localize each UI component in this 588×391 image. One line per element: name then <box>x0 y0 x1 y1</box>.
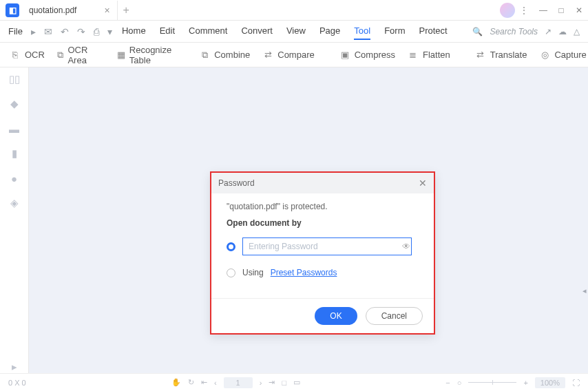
kebab-menu-icon[interactable]: ⋮ <box>519 5 529 16</box>
dialog-header: Password ✕ <box>211 173 434 193</box>
combine-icon: ⧉ <box>199 50 210 61</box>
bookmark-icon[interactable]: ◆ <box>8 98 21 110</box>
fields-icon[interactable]: ● <box>8 172 21 184</box>
compress-icon: ▣ <box>339 50 350 60</box>
translate-icon: ⇄ <box>475 50 486 60</box>
redo-icon[interactable]: ↷ <box>77 26 85 37</box>
rotate-icon[interactable]: ↻ <box>188 378 194 387</box>
left-sidebar: ▯▯ ◆ ▬ ▮ ● ◈ ▸ <box>0 67 29 373</box>
titlebar: ◧ quotation.pdf × + ⋮ — □ ✕ <box>0 0 588 21</box>
password-input[interactable] <box>242 237 412 255</box>
attachments-icon[interactable]: ▮ <box>8 147 21 160</box>
tool-translate[interactable]: ⇄Translate <box>475 50 527 60</box>
flatten-icon: ≣ <box>408 50 419 60</box>
zoom-slider[interactable] <box>468 382 516 383</box>
fit-page-icon[interactable]: □ <box>282 379 286 387</box>
tool-compress[interactable]: ▣Compress <box>339 50 395 60</box>
password-dialog: Password ✕ "quotation.pdf" is protected.… <box>210 171 435 335</box>
maximize-button[interactable]: □ <box>552 1 570 19</box>
dialog-title: Password <box>218 178 255 188</box>
next-page-icon[interactable]: › <box>260 379 262 387</box>
search-tools-input[interactable]: Search Tools <box>490 27 538 36</box>
tool-compare[interactable]: ⇄Compare <box>262 50 314 60</box>
zoom-percent[interactable]: 100% <box>535 377 565 388</box>
document-tab[interactable]: quotation.pdf × <box>25 1 118 20</box>
ocr-area-icon: ⧉ <box>57 50 64 61</box>
cursor-position: 0 X 0 <box>8 379 26 387</box>
account-avatar[interactable] <box>500 3 515 18</box>
ribbon-tab-tool[interactable]: Tool <box>354 23 370 40</box>
tool-recognize-table[interactable]: ▦Recognize Table <box>117 45 174 65</box>
ribbon-tab-home[interactable]: Home <box>122 23 146 40</box>
compare-icon: ⇄ <box>262 50 273 60</box>
cancel-button[interactable]: Cancel <box>366 307 423 325</box>
page-number[interactable]: 1 <box>224 377 253 388</box>
new-tab-button[interactable]: + <box>123 4 129 17</box>
panel-toggle-right-icon[interactable]: ◂ <box>582 286 588 296</box>
zoom-out-icon[interactable]: − <box>445 379 450 387</box>
search-icon[interactable]: 🔍 <box>472 27 483 36</box>
dialog-close-icon[interactable]: ✕ <box>419 178 427 189</box>
status-bar: 0 X 0 ✋ ↻ ⇤ ‹ 1 › ⇥ □ ▭ − ○ + 100% ⛶ <box>0 373 588 391</box>
layers-icon[interactable]: ◈ <box>8 197 21 209</box>
comment-panel-icon[interactable]: ▬ <box>8 123 21 135</box>
ribbon-tab-edit[interactable]: Edit <box>160 23 175 40</box>
zoom-reset-icon[interactable]: ○ <box>457 379 462 387</box>
ocr-icon: ⎘ <box>10 50 21 60</box>
fullscreen-icon[interactable]: ⛶ <box>572 379 580 387</box>
first-page-icon[interactable]: ⇤ <box>201 378 207 387</box>
using-label: Using <box>242 268 264 277</box>
last-page-icon[interactable]: ⇥ <box>269 378 275 387</box>
ok-button[interactable]: OK <box>315 307 357 325</box>
print-icon[interactable]: ⎙ <box>94 26 99 37</box>
chevron-right-icon[interactable]: ▸ <box>8 361 21 373</box>
page-controls: ✋ ↻ ⇤ ‹ 1 › ⇥ □ ▭ <box>171 377 300 388</box>
ribbon-tab-page[interactable]: Page <box>319 23 340 40</box>
tool-capture[interactable]: ◎Capture <box>539 50 586 60</box>
radio-preset-passwords[interactable] <box>227 268 235 277</box>
save-icon[interactable]: ▸ <box>31 26 36 37</box>
tool-combine[interactable]: ⧉Combine <box>199 50 250 61</box>
mail-icon[interactable]: ✉ <box>44 26 52 37</box>
close-window-button[interactable]: ✕ <box>570 1 588 19</box>
open-document-by-label: Open document by <box>227 218 419 228</box>
app-icon: ◧ <box>6 3 19 17</box>
undo-icon[interactable]: ↶ <box>61 26 69 37</box>
file-menu[interactable]: File <box>8 26 23 36</box>
ribbon-tab-convert[interactable]: Convert <box>241 23 273 40</box>
radio-enter-password[interactable] <box>227 242 235 251</box>
menu-collapse-icon[interactable]: △ <box>574 27 580 36</box>
close-tab-icon[interactable]: × <box>104 5 109 16</box>
ribbon-tab-view[interactable]: View <box>286 23 306 40</box>
zoom-in-icon[interactable]: + <box>523 379 527 387</box>
cloud-icon[interactable]: ☁ <box>558 27 567 36</box>
minimize-button[interactable]: — <box>534 1 552 19</box>
thumbnails-icon[interactable]: ▯▯ <box>8 73 21 85</box>
tool-toolbar: ⎘OCR ⧉OCR Area ▦Recognize Table ⧉Combine… <box>0 43 588 67</box>
document-tab-title: quotation.pdf <box>29 6 76 15</box>
menubar: File ▸ ✉ ↶ ↷ ⎙ ▾ Home Edit Comment Conve… <box>0 21 588 43</box>
preset-passwords-link[interactable]: Preset Passwords <box>271 268 337 277</box>
ribbon-tab-protect[interactable]: Protect <box>419 23 447 40</box>
zoom-controls: − ○ + 100% ⛶ <box>445 377 580 388</box>
fit-width-icon[interactable]: ▭ <box>293 378 300 387</box>
tool-ocr-area[interactable]: ⧉OCR Area <box>57 45 92 65</box>
dialog-message: "quotation.pdf" is protected. <box>227 202 419 211</box>
capture-icon: ◎ <box>539 50 550 60</box>
share-icon[interactable]: ↗ <box>545 27 552 36</box>
ribbon-tab-comment[interactable]: Comment <box>189 23 227 40</box>
prev-page-icon[interactable]: ‹ <box>214 379 217 387</box>
ribbon-tab-form[interactable]: Form <box>384 23 405 40</box>
tool-ocr[interactable]: ⎘OCR <box>10 50 45 60</box>
table-icon: ▦ <box>117 50 125 60</box>
hand-tool-icon[interactable]: ✋ <box>171 378 181 387</box>
tool-flatten[interactable]: ≣Flatten <box>408 50 450 60</box>
content-area: ▯▯ ◆ ▬ ▮ ● ◈ ▸ ◂ Password ✕ "quotation.p… <box>0 67 588 373</box>
ribbon-tabs: Home Edit Comment Convert View Page Tool… <box>122 23 448 40</box>
document-canvas: ◂ Password ✕ "quotation.pdf" is protecte… <box>29 67 588 373</box>
print-dropdown-icon[interactable]: ▾ <box>107 26 112 37</box>
